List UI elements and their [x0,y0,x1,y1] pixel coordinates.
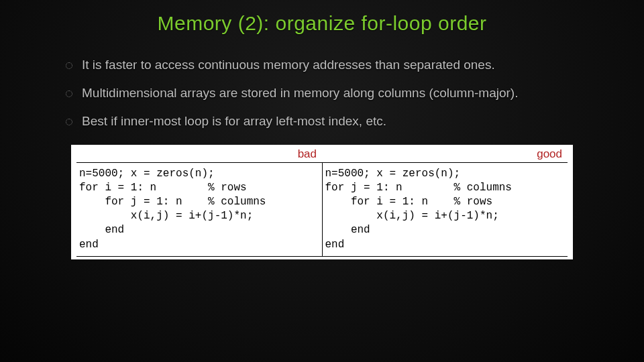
slide: Memory (2): organize for-loop order It i… [0,0,644,362]
code-column-good: n=5000; x = zeros(n); for j = 1: n % col… [323,163,568,256]
slide-title: Memory (2): organize for-loop order [47,12,597,35]
bullet-item: Multidimensional arrays are stored in me… [66,86,597,101]
label-bad: bad [76,147,322,162]
code-panel: bad good n=5000; x = zeros(n); for i = 1… [71,145,573,259]
code-labels-row: bad good [76,147,568,162]
label-good: good [322,147,568,162]
code-bad: n=5000; x = zeros(n); for i = 1: n % row… [79,167,319,252]
bullet-item: Best if inner-most loop is for array lef… [66,114,597,129]
bullet-item: It is faster to access continuous memory… [66,58,597,72]
code-good: n=5000; x = zeros(n); for j = 1: n % col… [325,167,566,252]
code-column-bad: n=5000; x = zeros(n); for i = 1: n % row… [76,163,323,256]
bullet-list: It is faster to access continuous memory… [47,58,597,129]
code-columns: n=5000; x = zeros(n); for i = 1: n % row… [76,162,568,257]
